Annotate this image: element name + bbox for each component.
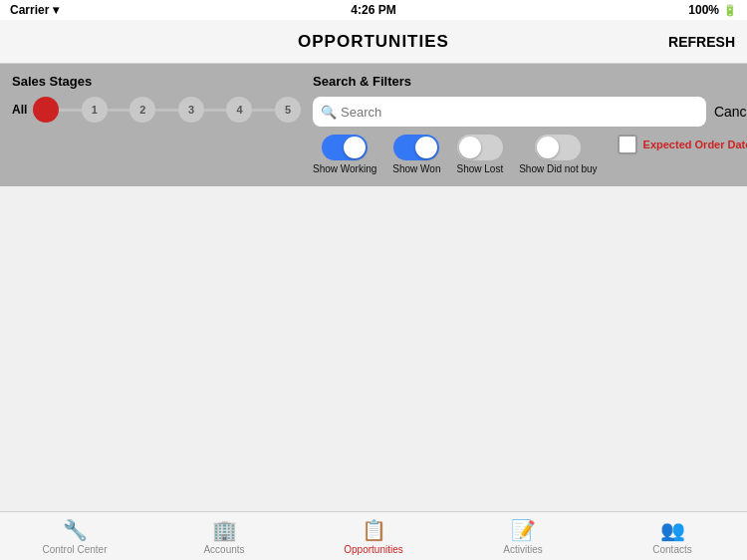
- activities-icon: 📝: [511, 518, 536, 542]
- stage-connector-1: [59, 109, 82, 112]
- page-title: OPPORTUNITIES: [298, 32, 449, 52]
- stage-connector-2: [108, 109, 130, 112]
- tab-accounts[interactable]: 🏢 Accounts: [149, 512, 299, 560]
- stage-dot-all[interactable]: [33, 97, 59, 123]
- nav-bar: OPPORTUNITIES REFRESH: [0, 20, 747, 64]
- battery-icon: 🔋: [723, 4, 737, 17]
- sales-stages-title: Sales Stages: [12, 74, 301, 89]
- stage-connector-3: [155, 109, 178, 112]
- control-center-icon: 🔧: [63, 518, 88, 542]
- toggle-won[interactable]: [393, 135, 439, 160]
- main-content: [0, 186, 747, 524]
- status-bar: Carrier ▾ 4:26 PM 100% 🔋: [0, 0, 747, 20]
- toggle-group-won: Show Won: [392, 135, 440, 174]
- tab-accounts-label: Accounts: [203, 544, 244, 555]
- search-icon: 🔍: [321, 105, 337, 120]
- search-input-wrap[interactable]: 🔍: [313, 97, 706, 127]
- toggle-won-label: Show Won: [392, 163, 440, 174]
- search-filters-section: Search & Filters 🔍 Cancel Show Working: [313, 74, 747, 174]
- status-time: 4:26 PM: [351, 3, 395, 17]
- expected-order-dates-label: Expected Order Dates: [643, 139, 747, 150]
- tab-activities-label: Activities: [503, 544, 542, 555]
- stage-dot-1[interactable]: 1: [82, 97, 108, 123]
- search-row: 🔍 Cancel: [313, 97, 747, 127]
- tab-control-center-label: Control Center: [42, 544, 107, 555]
- tab-opportunities[interactable]: 📋 Opportunities: [299, 512, 448, 560]
- stage-dot-3[interactable]: 3: [178, 97, 204, 123]
- expected-order-dates-group: Expected Order Dates: [618, 135, 747, 154]
- toggle-lost-label: Show Lost: [456, 163, 503, 174]
- cancel-button[interactable]: Cancel: [714, 104, 747, 120]
- opportunities-icon: 📋: [362, 518, 386, 542]
- filter-panel: Sales Stages All 1 2 3 4 5 Search & Filt…: [0, 64, 747, 186]
- expected-order-dates-checkbox[interactable]: [618, 135, 637, 154]
- battery-text: 100%: [688, 3, 719, 17]
- stage-connector-4: [204, 109, 227, 112]
- wifi-icon: ▾: [53, 3, 59, 17]
- tab-opportunities-label: Opportunities: [344, 544, 402, 555]
- toggle-didnotbuy-label: Show Did not buy: [519, 163, 597, 174]
- search-input[interactable]: [341, 105, 698, 120]
- search-filters-title: Search & Filters: [313, 74, 747, 89]
- toggle-didnotbuy[interactable]: [535, 135, 581, 160]
- tab-control-center[interactable]: 🔧 Control Center: [0, 512, 149, 560]
- refresh-button[interactable]: REFRESH: [668, 34, 735, 50]
- toggle-working-label: Show Working: [313, 163, 376, 174]
- accounts-icon: 🏢: [212, 518, 237, 542]
- tab-contacts-label: Contacts: [652, 544, 691, 555]
- tab-bar: 🔧 Control Center 🏢 Accounts 📋 Opportunit…: [0, 511, 747, 560]
- status-right: 100% 🔋: [688, 3, 737, 17]
- toggles-row: Show Working Show Won Show Lost: [313, 135, 747, 174]
- stage-dot-4[interactable]: 4: [226, 97, 252, 123]
- stage-dot-5[interactable]: 5: [275, 97, 301, 123]
- sales-stages-section: Sales Stages All 1 2 3 4 5: [12, 74, 301, 174]
- stage-dot-2[interactable]: 2: [129, 97, 155, 123]
- toggle-group-lost: Show Lost: [456, 135, 503, 174]
- tab-activities[interactable]: 📝 Activities: [448, 512, 598, 560]
- all-label: All: [12, 103, 27, 117]
- stage-connector-5: [252, 109, 275, 112]
- toggle-group-working: Show Working: [313, 135, 376, 174]
- contacts-icon: 👥: [660, 518, 685, 542]
- status-left: Carrier ▾: [10, 3, 59, 17]
- carrier-text: Carrier: [10, 3, 49, 17]
- toggle-working[interactable]: [322, 135, 368, 160]
- toggle-group-didnotbuy: Show Did not buy: [519, 135, 597, 174]
- toggle-lost[interactable]: [457, 135, 503, 160]
- tab-contacts[interactable]: 👥 Contacts: [598, 512, 747, 560]
